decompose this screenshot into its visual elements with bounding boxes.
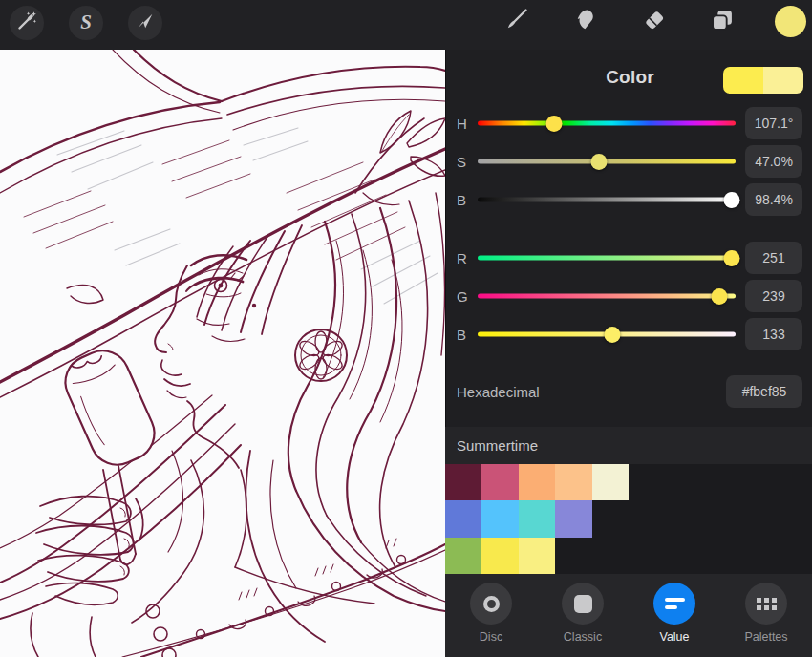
tab-disc[interactable]: Disc: [448, 583, 534, 651]
palette-empty-slot[interactable]: [665, 464, 701, 500]
palette-empty-slot[interactable]: [555, 538, 591, 574]
brush-icon: [502, 7, 529, 37]
slider-track[interactable]: [478, 294, 736, 299]
palette-name: Summertime: [457, 437, 538, 454]
slider-track[interactable]: [478, 198, 736, 202]
top-toolbar: S: [0, 0, 812, 50]
palette-empty-slot[interactable]: [738, 464, 775, 500]
palette-empty-slot[interactable]: [776, 538, 812, 574]
palette-empty-slot[interactable]: [776, 500, 812, 537]
tab-classic[interactable]: Classic: [540, 583, 626, 651]
tab-palettes[interactable]: Palettes: [723, 583, 809, 651]
palette-empty-slot[interactable]: [702, 464, 738, 500]
transform-arrow-icon: [135, 11, 156, 35]
palette-swatch[interactable]: [481, 538, 518, 574]
color-panel: Color H107.1°S47.0%B98.4% R251G239B133 H…: [445, 50, 812, 657]
slider-track[interactable]: [478, 256, 736, 261]
palette-empty-slot[interactable]: [665, 500, 701, 537]
palette-swatch[interactable]: [445, 500, 481, 537]
palette-empty-slot[interactable]: [738, 500, 775, 537]
color-panel-tabbar: DiscClassicValuePalettes: [445, 574, 812, 657]
palette-empty-slot[interactable]: [629, 464, 665, 500]
palette-swatch[interactable]: [519, 500, 555, 537]
slider-thumb[interactable]: [604, 327, 620, 343]
popsicle-line-art: [57, 342, 163, 564]
palette-grid: [445, 464, 812, 574]
flower-ornament: [295, 329, 347, 381]
active-color-swatch[interactable]: [775, 6, 806, 37]
s-slider[interactable]: [478, 145, 736, 178]
hsb-slider-row-s: S47.0%: [445, 145, 812, 178]
palette-empty-slot[interactable]: [592, 538, 629, 574]
palette-empty-slot[interactable]: [592, 500, 629, 537]
slider-track[interactable]: [478, 332, 736, 337]
slider-track[interactable]: [478, 121, 736, 126]
palette-swatch[interactable]: [481, 464, 518, 500]
slider-thumb[interactable]: [546, 116, 563, 132]
layers-icon: [709, 7, 736, 37]
hexadecimal-label: Hexadecimal: [457, 384, 540, 400]
procreate-window: S: [0, 0, 812, 657]
palette-swatch[interactable]: [445, 464, 481, 500]
tab-label: Value: [631, 630, 717, 644]
g-slider[interactable]: [478, 280, 736, 312]
eraser-tool-button[interactable]: [640, 8, 669, 36]
s-value-badge[interactable]: 47.0%: [745, 145, 802, 178]
r-slider[interactable]: [478, 242, 736, 274]
b-value-badge[interactable]: 98.4%: [745, 183, 802, 216]
palette-empty-slot[interactable]: [629, 500, 665, 537]
palette-empty-slot[interactable]: [702, 538, 738, 574]
slider-thumb[interactable]: [711, 288, 727, 305]
palette-swatch[interactable]: [555, 464, 591, 500]
hat-leaf-ornament: [355, 111, 445, 205]
adjustments-button[interactable]: [10, 6, 44, 40]
slider-track[interactable]: [478, 159, 736, 164]
palette-swatch[interactable]: [592, 464, 629, 500]
palette-swatch[interactable]: [445, 538, 481, 574]
smudge-tool-button[interactable]: [570, 8, 599, 36]
palette-swatch[interactable]: [519, 464, 555, 500]
palette-swatch[interactable]: [519, 538, 555, 574]
slider-label: S: [457, 154, 466, 170]
disc-icon: [483, 596, 500, 612]
hat-line-art: [0, 50, 445, 397]
tab-label: Classic: [540, 630, 626, 644]
b-slider[interactable]: [478, 318, 736, 350]
brush-tool-button[interactable]: [502, 8, 530, 36]
palette-swatch[interactable]: [481, 500, 518, 537]
b-slider[interactable]: [478, 183, 736, 216]
eraser-icon: [641, 7, 668, 37]
h-value-badge[interactable]: 107.1°: [745, 107, 802, 139]
palette-empty-slot[interactable]: [665, 538, 701, 574]
tab-circle: [562, 583, 604, 625]
b-value-badge[interactable]: 133: [745, 318, 802, 350]
classic-icon: [574, 595, 592, 613]
selection-s-icon: S: [80, 12, 92, 32]
palette-empty-slot[interactable]: [629, 538, 665, 574]
r-value-badge[interactable]: 251: [745, 242, 802, 274]
hexadecimal-value[interactable]: #fbef85: [726, 375, 802, 408]
palette-empty-slot[interactable]: [738, 538, 775, 574]
hsb-slider-row-b: B98.4%: [445, 183, 812, 216]
rgb-slider-row-g: G239: [445, 280, 812, 312]
drawing-canvas[interactable]: [0, 50, 445, 657]
palette-empty-slot[interactable]: [702, 500, 738, 537]
h-slider[interactable]: [478, 107, 736, 139]
hand-line-art: [31, 497, 142, 657]
tab-value[interactable]: Value: [631, 583, 717, 651]
slider-label: R: [457, 250, 467, 266]
palette-swatch[interactable]: [555, 500, 591, 537]
color-panel-title: Color: [445, 67, 723, 88]
selection-button[interactable]: S: [69, 6, 103, 40]
layers-button[interactable]: [708, 8, 737, 36]
g-value-badge[interactable]: 239: [745, 280, 802, 312]
current-color-half: [763, 67, 803, 94]
pencil-hatch-lines: [57, 128, 438, 304]
palette-empty-slot[interactable]: [776, 464, 812, 500]
slider-thumb[interactable]: [723, 250, 739, 266]
transform-button[interactable]: [128, 6, 162, 40]
slider-thumb[interactable]: [590, 154, 607, 170]
tab-circle: [653, 583, 695, 625]
current-color-swatch[interactable]: [723, 67, 803, 94]
slider-thumb[interactable]: [723, 192, 739, 208]
